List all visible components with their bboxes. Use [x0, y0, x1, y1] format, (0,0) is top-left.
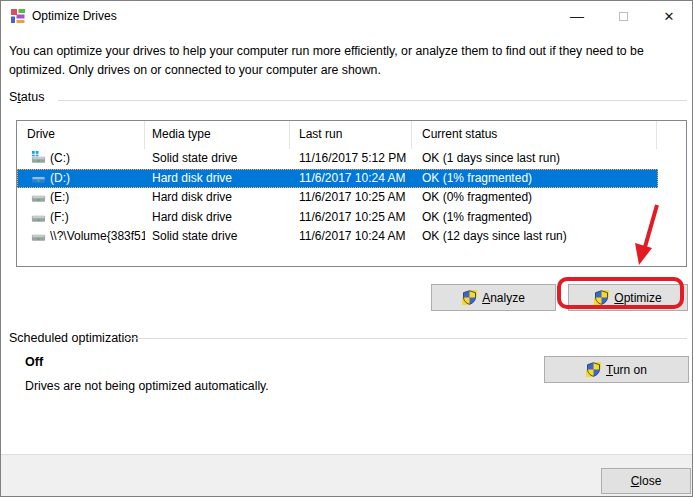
close-icon: ✕	[664, 9, 675, 24]
turn-on-button-label: Turn on	[606, 363, 647, 377]
column-header-media-type[interactable]: Media type	[145, 121, 290, 149]
drive-icon	[31, 171, 46, 186]
scheduled-state: Off	[25, 355, 43, 369]
media-type: Solid state drive	[145, 227, 290, 247]
table-row-drive-d-selected[interactable]: (D:) Hard disk drive 11/6/2017 10:24 AM …	[17, 169, 658, 189]
minimize-button[interactable]: —	[554, 1, 600, 31]
optimize-button-label: Optimize	[614, 291, 661, 305]
scheduled-detail: Drives are not being optimized automatic…	[25, 379, 269, 393]
column-header-current-status[interactable]: Current status	[412, 121, 657, 149]
uac-shield-icon	[462, 290, 477, 305]
titlebar: Optimize Drives — ✕	[1, 1, 692, 31]
last-run: 11/6/2017 10:24 AM	[290, 227, 412, 247]
maximize-button[interactable]	[600, 1, 646, 31]
window-title: Optimize Drives	[32, 1, 117, 31]
drive-name: (E:)	[50, 188, 69, 208]
current-status: OK (1 days since last run)	[412, 149, 657, 169]
drive-list: Drive Media type Last run Current status…	[16, 120, 687, 267]
close-window-button[interactable]: ✕	[646, 1, 692, 31]
drive-icon	[31, 229, 46, 244]
media-type: Solid state drive	[145, 149, 290, 169]
dialog-footer: Close	[1, 454, 692, 497]
current-status: OK (0% fragmented)	[412, 188, 657, 208]
last-run: 11/6/2017 10:24 AM	[290, 169, 412, 189]
drive-icon	[31, 210, 46, 225]
optimize-button[interactable]: Optimize	[568, 284, 688, 311]
table-row-volume[interactable]: \\?\Volume{383f51... Solid state drive 1…	[17, 227, 658, 247]
current-status: OK (12 days since last run)	[412, 227, 657, 247]
media-type: Hard disk drive	[145, 208, 290, 228]
defrag-app-icon	[10, 8, 26, 24]
media-type: Hard disk drive	[145, 169, 290, 189]
uac-shield-icon	[586, 362, 601, 377]
column-header-filler	[657, 121, 686, 149]
system-drive-icon	[31, 151, 46, 166]
close-button[interactable]: Close	[601, 468, 691, 494]
last-run: 11/6/2017 10:25 AM	[290, 208, 412, 228]
table-row-drive-e[interactable]: (E:) Hard disk drive 11/6/2017 10:25 AM …	[17, 188, 658, 208]
column-header-drive[interactable]: Drive	[17, 121, 145, 149]
table-row-drive-c[interactable]: (C:) Solid state drive 11/16/2017 5:12 P…	[17, 149, 658, 169]
drive-name: (F:)	[50, 208, 69, 228]
close-button-label: Close	[631, 474, 662, 488]
drive-list-header: Drive Media type Last run Current status	[17, 121, 686, 149]
drive-name: (C:)	[50, 149, 70, 169]
scheduled-group-label: Scheduled optimization	[9, 331, 138, 345]
drive-icon	[31, 190, 46, 205]
media-type: Hard disk drive	[145, 188, 290, 208]
column-header-last-run[interactable]: Last run	[290, 121, 412, 149]
last-run: 11/16/2017 5:12 PM	[290, 149, 412, 169]
status-group-label: Status	[9, 90, 44, 104]
maximize-icon	[619, 12, 628, 21]
current-status: OK (1% fragmented)	[412, 208, 657, 228]
scheduled-group-line	[125, 338, 687, 339]
minimize-icon: —	[570, 8, 584, 24]
drive-name: \\?\Volume{383f51...	[50, 227, 145, 247]
table-row-drive-f[interactable]: (F:) Hard disk drive 11/6/2017 10:25 AM …	[17, 208, 658, 228]
turn-on-button[interactable]: Turn on	[544, 356, 689, 383]
status-group-line	[58, 100, 687, 101]
analyze-button[interactable]: Analyze	[431, 284, 556, 311]
drive-name: (D:)	[50, 169, 70, 189]
uac-shield-icon	[594, 290, 609, 305]
optimize-drives-window: Optimize Drives — ✕ You can optimize you…	[0, 0, 693, 497]
analyze-button-label: Analyze	[482, 291, 525, 305]
description-text: You can optimize your drives to help you…	[9, 42, 685, 80]
current-status: OK (1% fragmented)	[412, 169, 657, 189]
last-run: 11/6/2017 10:25 AM	[290, 188, 412, 208]
